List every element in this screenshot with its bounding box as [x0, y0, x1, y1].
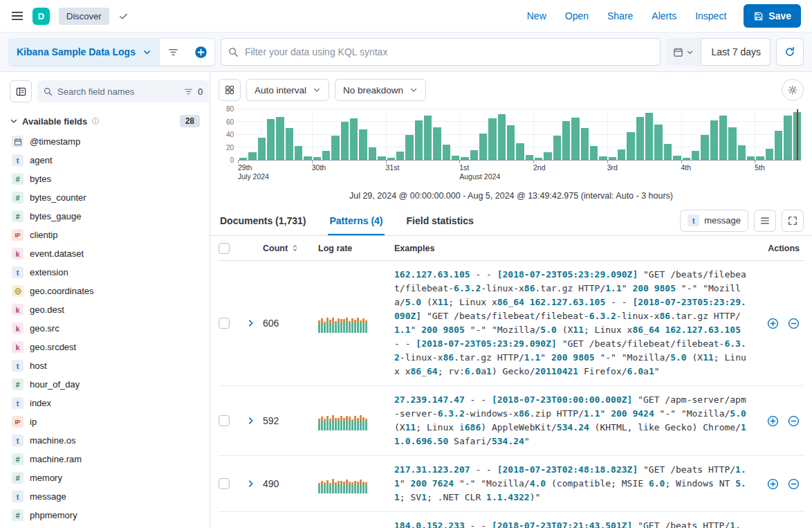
field-item-message[interactable]: tmessage — [10, 487, 200, 506]
fullscreen-button[interactable] — [782, 210, 804, 232]
field-item-bytes[interactable]: #bytes — [10, 170, 200, 188]
field-item-machine.ram[interactable]: #machine.ram — [10, 450, 200, 468]
saved-queries-button[interactable] — [160, 38, 187, 66]
minus-circle-icon — [788, 415, 800, 427]
histogram-bar — [516, 143, 524, 160]
field-item-bytes_counter[interactable]: #bytes_counter — [10, 188, 200, 207]
field-item-host[interactable]: thost — [10, 356, 200, 375]
field-item-geo.dest[interactable]: kgeo.dest — [10, 300, 200, 319]
select-all-checkbox[interactable] — [219, 243, 230, 254]
field-search-input[interactable] — [57, 87, 179, 97]
field-name: index — [30, 398, 51, 408]
histogram-chart[interactable]: 02040608029thJuly 202430th31st1stAugust … — [217, 107, 802, 180]
nav-inspect-link[interactable]: Inspect — [695, 10, 726, 21]
filter-icon — [168, 47, 178, 57]
nav-alerts-link[interactable]: Alerts — [652, 10, 676, 21]
log-rate-sparkline — [318, 411, 394, 430]
field-item-@timestamp[interactable]: @timestamp — [10, 132, 200, 151]
x-axis-label: 29thJuly 2024 — [238, 163, 269, 181]
chart-display-button[interactable] — [219, 79, 241, 101]
filter-out-pattern-button[interactable] — [788, 415, 800, 427]
nav-open-link[interactable]: Open — [565, 10, 589, 21]
interval-label: Auto interval — [255, 85, 306, 95]
collapse-sidebar-button[interactable] — [10, 80, 32, 102]
chart-options-button[interactable] — [782, 79, 804, 101]
histogram-bar — [581, 128, 589, 160]
plus-circle-icon — [767, 318, 779, 329]
filter-for-pattern-button[interactable] — [767, 415, 779, 427]
interval-select[interactable]: Auto interval — [246, 79, 329, 101]
filter-for-pattern-button[interactable] — [767, 478, 779, 490]
query-bar: Kibana Sample Data Logs Last 7 days — [0, 33, 812, 72]
table-rows: 606162.127.63.105 - - [2018-07-23T05:23:… — [219, 261, 804, 528]
field-list-icon — [16, 87, 26, 97]
histogram-bar — [599, 156, 607, 160]
tab-documents-1-731[interactable]: Documents (1,731) — [219, 209, 307, 235]
field-name: bytes_counter — [30, 192, 86, 203]
text-icon: t — [12, 397, 24, 409]
field-item-referer[interactable]: treferer — [10, 525, 200, 528]
breadcrumb[interactable]: Discover — [59, 8, 109, 25]
time-range-button[interactable]: Last 7 days — [701, 38, 771, 66]
field-item-event.dataset[interactable]: kevent.dataset — [10, 244, 200, 263]
histogram-bar — [341, 122, 349, 160]
lograte-column-header: Log rate — [318, 244, 394, 253]
filter-for-pattern-button[interactable] — [767, 318, 779, 329]
date-picker-button[interactable] — [666, 38, 701, 66]
field-item-geo.src[interactable]: kgeo.src — [10, 319, 200, 338]
histogram-bar — [664, 144, 672, 160]
field-item-bytes_gauge[interactable]: #bytes_gauge — [10, 207, 200, 226]
minus-circle-icon — [788, 318, 800, 329]
actions-column-header: Actions — [761, 244, 804, 253]
field-item-geo.srcdest[interactable]: kgeo.srcdest — [10, 338, 200, 356]
refresh-button[interactable] — [776, 38, 804, 66]
row-checkbox[interactable] — [219, 318, 230, 329]
add-filter-button[interactable] — [187, 38, 215, 66]
field-selector-badge[interactable]: t message — [680, 210, 748, 232]
field-name: ip — [30, 417, 37, 427]
field-item-geo.coordinates[interactable]: geo.coordinates — [10, 282, 200, 300]
histogram-bar — [396, 152, 404, 160]
tabs: Documents (1,731)Patterns (4)Field stati… — [219, 209, 496, 235]
field-item-memory[interactable]: #memory — [10, 468, 200, 487]
field-item-ip[interactable]: IPip — [10, 412, 200, 431]
available-fields-header[interactable]: Available fields 28 — [10, 115, 200, 127]
expand-row-button[interactable] — [239, 318, 263, 328]
chevron-down-icon — [142, 48, 151, 57]
breakdown-select[interactable]: No breakdown — [335, 79, 426, 101]
field-item-clientip[interactable]: IPclientip — [10, 226, 200, 244]
field-name: bytes_gauge — [30, 211, 81, 221]
save-button[interactable]: Save — [744, 4, 801, 28]
field-filter-button[interactable] — [184, 87, 193, 96]
x-axis-label: 5th — [755, 163, 765, 172]
row-density-button[interactable] — [754, 210, 776, 232]
histogram-bar — [544, 152, 551, 160]
filter-out-pattern-button[interactable] — [788, 478, 800, 490]
number-icon: # — [12, 453, 24, 465]
fullscreen-icon — [788, 216, 797, 226]
tab-field-statistics[interactable]: Field statistics — [405, 209, 475, 235]
menu-icon[interactable] — [11, 10, 24, 22]
count-column-header[interactable]: Count — [263, 244, 318, 253]
tab-patterns-4[interactable]: Patterns (4) — [328, 209, 384, 235]
expand-row-button[interactable] — [239, 416, 263, 426]
filter-out-pattern-button[interactable] — [788, 318, 800, 329]
chart-controls: Auto interval No breakdown — [210, 72, 812, 102]
nav-share-link[interactable]: Share — [607, 10, 633, 21]
field-item-agent[interactable]: tagent — [10, 151, 200, 170]
expand-row-button[interactable] — [239, 479, 263, 489]
field-item-extension[interactable]: textension — [10, 263, 200, 282]
field-item-hour_of_day[interactable]: #hour_of_day — [10, 375, 200, 394]
histogram-bar — [331, 136, 339, 160]
histogram-bar — [645, 113, 653, 160]
row-checkbox[interactable] — [219, 415, 230, 426]
kql-input[interactable] — [245, 46, 653, 57]
space-avatar[interactable]: D — [33, 8, 50, 25]
field-item-index[interactable]: tindex — [10, 394, 200, 412]
examples-column-header: Examples — [394, 244, 761, 253]
field-item-phpmemory[interactable]: #phpmemory — [10, 506, 200, 525]
row-checkbox[interactable] — [219, 478, 230, 489]
nav-new-link[interactable]: New — [527, 10, 546, 21]
field-item-machine.os[interactable]: tmachine.os — [10, 431, 200, 450]
data-view-picker[interactable]: Kibana Sample Data Logs — [8, 38, 160, 66]
